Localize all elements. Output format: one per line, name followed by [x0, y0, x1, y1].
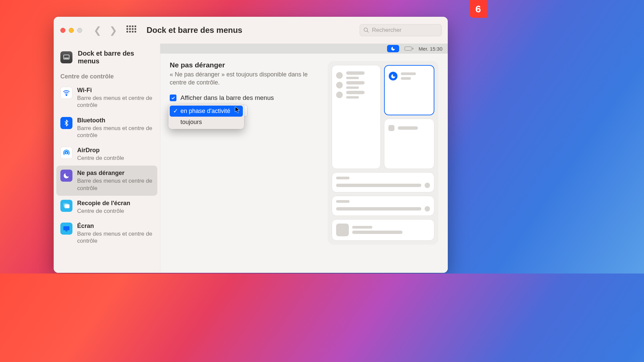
- screen-mirror-icon: [60, 200, 72, 212]
- preview-card: [332, 196, 434, 216]
- visibility-dropdown-menu: ✓ en phase d'activité toujours: [168, 104, 244, 129]
- svg-line-1: [367, 31, 369, 33]
- sidebar-item-label: Wi-Fi: [77, 87, 153, 94]
- window-title: Dock et barre des menus: [147, 25, 242, 35]
- show-in-menubar-row[interactable]: Afficher dans la barre des menus: [170, 94, 321, 102]
- sidebar-item-airdrop[interactable]: AirDrop Centre de contrôle: [56, 143, 157, 166]
- display-icon: [60, 223, 72, 235]
- sidebar-item-bluetooth[interactable]: Bluetooth Barre des menus et centre de c…: [56, 113, 157, 143]
- sidebar-item-sub: Barre des menus et centre de contrôle: [77, 177, 153, 192]
- pane-title: Ne pas déranger: [170, 61, 321, 69]
- moon-icon: [389, 72, 397, 80]
- close-window-button[interactable]: [60, 28, 65, 33]
- preview-card: [384, 119, 434, 169]
- dock-icon: [60, 51, 72, 63]
- sidebar-item-dnd[interactable]: Ne pas déranger Barre des menus et centr…: [56, 166, 157, 196]
- sidebar-item-label: Bluetooth: [77, 117, 153, 124]
- battery-icon: [405, 47, 413, 51]
- search-input[interactable]: Rechercher: [360, 24, 442, 36]
- show-in-menubar-checkbox[interactable]: [170, 95, 176, 101]
- wifi-icon: [60, 87, 72, 99]
- show-all-prefs-button[interactable]: [126, 25, 136, 35]
- moon-icon: [60, 170, 72, 182]
- main-pane: Mer. 15:30 Ne pas déranger « Ne pas déra…: [160, 44, 448, 273]
- bluetooth-icon: [60, 117, 72, 129]
- sidebar-item-label: Ne pas déranger: [77, 170, 153, 177]
- window-controls: [60, 28, 82, 33]
- pane-description: « Ne pas déranger » est toujours disponi…: [170, 70, 311, 87]
- sidebar-item-display[interactable]: Écran Barre des menus et centre de contr…: [56, 219, 157, 249]
- sidebar-item-sub: Centre de contrôle: [77, 155, 124, 162]
- sidebar-item-label: Recopie de l'écran: [77, 200, 130, 207]
- control-center-preview: [328, 61, 438, 245]
- sidebar-header-label: Dock et barre des menus: [78, 50, 153, 65]
- svg-rect-7: [65, 204, 69, 208]
- step-badge: 6: [469, 0, 487, 18]
- toolbar: ❮ ❯ Dock et barre des menus Rechercher: [54, 17, 448, 44]
- sidebar-item-sub: Barre des menus et centre de contrôle: [77, 125, 153, 139]
- menubar-time: Mer. 15:30: [419, 46, 442, 52]
- dnd-menubar-icon: [387, 45, 399, 52]
- preview-card: [332, 219, 434, 241]
- sidebar-item-label: Écran: [77, 223, 153, 230]
- svg-rect-9: [65, 231, 67, 231]
- sidebar-header[interactable]: Dock et barre des menus: [56, 44, 157, 70]
- sidebar-item-sub: Centre de contrôle: [77, 207, 130, 215]
- nav-arrows: ❮ ❯: [94, 25, 117, 36]
- airdrop-icon: [60, 147, 72, 159]
- sidebar-item-sub: Barre des menus et centre de contrôle: [77, 230, 153, 245]
- sidebar-item-label: AirDrop: [77, 147, 124, 154]
- back-button[interactable]: ❮: [94, 25, 101, 36]
- preferences-window: ❮ ❯ Dock et barre des menus Rechercher D…: [54, 17, 448, 273]
- search-placeholder: Rechercher: [372, 27, 401, 34]
- cursor-icon: [235, 106, 240, 114]
- dropdown-option-active[interactable]: ✓ en phase d'activité: [170, 106, 243, 117]
- svg-rect-8: [63, 226, 69, 230]
- minimize-window-button[interactable]: [69, 28, 74, 33]
- search-icon: [363, 27, 369, 33]
- menubar-preview: Mer. 15:30: [160, 44, 448, 54]
- svg-point-4: [66, 95, 67, 96]
- dropdown-option-always[interactable]: toujours: [170, 117, 243, 128]
- sidebar-section-label: Centre de contrôle: [56, 70, 157, 83]
- checkmark-icon: ✓: [173, 107, 178, 115]
- preview-dnd-card: [384, 65, 434, 115]
- forward-button[interactable]: ❯: [109, 25, 117, 36]
- dropdown-option-label: toujours: [180, 119, 202, 126]
- dropdown-option-label: en phase d'activité: [180, 108, 230, 115]
- svg-point-0: [364, 28, 368, 32]
- preview-card: [332, 172, 434, 192]
- sidebar-item-sub: Barre des menus et centre de contrôle: [77, 95, 153, 109]
- svg-rect-3: [64, 58, 69, 59]
- sidebar-item-wifi[interactable]: Wi-Fi Barre des menus et centre de contr…: [56, 83, 157, 113]
- sidebar: Dock et barre des menus Centre de contrô…: [54, 44, 160, 273]
- zoom-window-button: [77, 28, 82, 33]
- sidebar-item-screen-mirroring[interactable]: Recopie de l'écran Centre de contrôle: [56, 196, 157, 219]
- preview-card: [332, 65, 381, 169]
- svg-point-5: [65, 152, 67, 154]
- show-in-menubar-label: Afficher dans la barre des menus: [180, 94, 274, 102]
